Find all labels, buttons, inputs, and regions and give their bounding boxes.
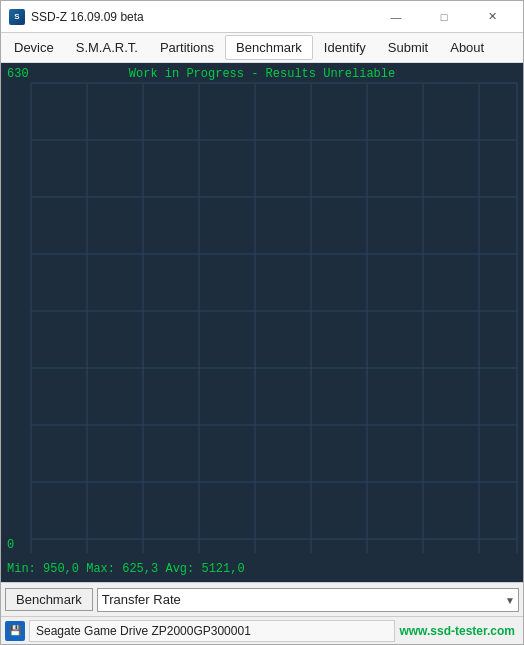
main-window: S SSD-Z 16.09.09 beta — □ ✕ Device S.M.A… — [0, 0, 524, 645]
menu-item-submit[interactable]: Submit — [377, 35, 439, 60]
menu-item-smart[interactable]: S.M.A.R.T. — [65, 35, 149, 60]
chart-stats: Min: 950,0 Max: 625,3 Avg: 5121,0 — [7, 562, 245, 576]
menu-item-benchmark[interactable]: Benchmark — [225, 35, 313, 60]
menu-item-identify[interactable]: Identify — [313, 35, 377, 60]
menu-item-about[interactable]: About — [439, 35, 495, 60]
dropdown-wrapper: Transfer Rate Access Time IOPS ▼ — [97, 588, 519, 612]
chart-grid — [1, 63, 523, 582]
menu-item-partitions[interactable]: Partitions — [149, 35, 225, 60]
window-title: SSD-Z 16.09.09 beta — [31, 10, 144, 24]
app-icon: S — [9, 9, 25, 25]
title-bar-left: S SSD-Z 16.09.09 beta — [9, 9, 144, 25]
transfer-rate-dropdown[interactable]: Transfer Rate Access Time IOPS — [97, 588, 519, 612]
chart-area: 630 Work in Progress - Results Unreliabl… — [1, 63, 523, 582]
status-website: www.ssd-tester.com — [399, 624, 519, 638]
status-bar: 💾 Seagate Game Drive ZP2000GP300001 www.… — [1, 616, 523, 644]
menu-bar: Device S.M.A.R.T. Partitions Benchmark I… — [1, 33, 523, 63]
close-button[interactable]: ✕ — [469, 3, 515, 31]
minimize-button[interactable]: — — [373, 3, 419, 31]
bottom-toolbar: Benchmark Transfer Rate Access Time IOPS… — [1, 582, 523, 616]
maximize-button[interactable]: □ — [421, 3, 467, 31]
window-controls: — □ ✕ — [373, 3, 515, 31]
status-icon: 💾 — [5, 621, 25, 641]
status-drive-name: Seagate Game Drive ZP2000GP300001 — [29, 620, 395, 642]
title-bar: S SSD-Z 16.09.09 beta — □ ✕ — [1, 1, 523, 33]
benchmark-button[interactable]: Benchmark — [5, 588, 93, 611]
menu-item-device[interactable]: Device — [3, 35, 65, 60]
status-icon-symbol: 💾 — [9, 625, 21, 636]
chart-y-min: 0 — [7, 538, 14, 552]
